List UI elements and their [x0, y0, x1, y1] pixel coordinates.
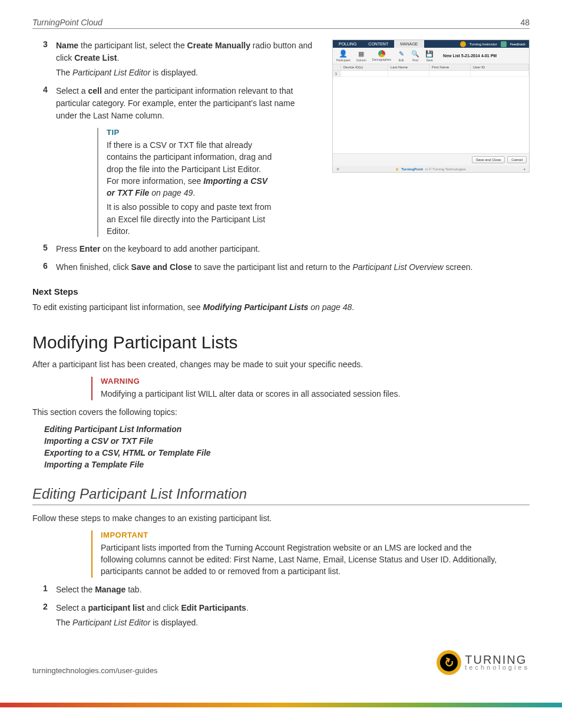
edit-step-2-sub: The Participant List Editor is displayed…: [56, 617, 530, 629]
tip-title: TIP: [107, 128, 274, 137]
next-steps-heading: Next Steps: [32, 286, 530, 297]
logo-mark-icon: ↻: [437, 650, 461, 675]
page-header: TurningPoint Cloud 48: [32, 18, 530, 29]
important-body: Participant lists imported from the Turn…: [101, 542, 497, 578]
important-callout: IMPORTANT Participant lists imported fro…: [91, 531, 497, 578]
step-5: 5 Press Enter on the keyboard to add ano…: [32, 243, 530, 255]
edit-intro: Follow these steps to make changes to an…: [32, 512, 530, 525]
footer-url: turningtechnologies.com/user-guides: [32, 666, 157, 675]
tip-callout: TIP If there is a CSV or TXT file that a…: [97, 128, 274, 237]
heading-modifying: Modifying Participant Lists: [32, 332, 530, 353]
warning-callout: WARNING Modifying a participant list WIL…: [91, 377, 497, 400]
steps-list-b: 5 Press Enter on the keyboard to add ano…: [32, 243, 530, 274]
tip-p2: It is also possible to copy and paste te…: [107, 201, 274, 237]
warning-title: WARNING: [101, 377, 497, 386]
ss-status-brand: TurningPoint: [401, 167, 423, 171]
status-dot-icon: ●: [523, 167, 525, 171]
step-6-body: When finished, click Save and Close to s…: [56, 261, 530, 274]
step-6: 6 When finished, click Save and Close to…: [32, 261, 530, 274]
covers-text: This section covers the following topics…: [32, 406, 530, 419]
heading-editing: Editing Participant List Information: [32, 486, 530, 505]
edit-step-1-body: Select the Manage tab.: [56, 584, 530, 596]
step-3-sub: The Participant List Editor is displayed…: [56, 67, 530, 79]
warning-body: Modifying a participant list WILL alter …: [101, 388, 497, 400]
modify-intro: After a participant list has been create…: [32, 358, 530, 371]
edit-steps-list: 1 Select the Manage tab. 2 Select a part…: [32, 584, 530, 629]
gear-icon: ⚙: [336, 167, 339, 171]
topic-link[interactable]: Importing a Template File: [44, 460, 530, 469]
important-title: IMPORTANT: [101, 531, 497, 539]
edit-step-1: 1 Select the Manage tab.: [32, 584, 530, 596]
turning-logo: ↻ TURNING technologies: [437, 650, 530, 675]
step-3-body: Name the participant list, select the Cr…: [56, 39, 530, 64]
header-page-number: 48: [520, 18, 530, 27]
topics-list: Editing Participant List Information Imp…: [44, 424, 530, 469]
topic-link[interactable]: Editing Participant List Information: [44, 424, 530, 434]
page-footer: turningtechnologies.com/user-guides ↻ TU…: [32, 650, 530, 675]
ss-status-logo: ◐: [396, 167, 399, 171]
logo-text-bottom: technologies: [465, 665, 530, 671]
ss-status-sub: is © Turning Technologies: [425, 167, 466, 171]
step-4: 4 Select a cell and enter the participan…: [32, 85, 530, 122]
step-3: 3 Name the participant list, select the …: [32, 39, 530, 79]
topic-link[interactable]: Exporting to a CSV, HTML or Template Fil…: [44, 448, 530, 457]
topic-link[interactable]: Importing a CSV or TXT File: [44, 436, 530, 446]
step-5-body: Press Enter on the keyboard to add anoth…: [56, 243, 530, 255]
tip-p1: If there is a CSV or TXT file that alrea…: [107, 139, 274, 199]
step-4-body: Select a cell and enter the participant …: [56, 85, 315, 122]
header-title: TurningPoint Cloud: [32, 18, 103, 27]
gradient-bar: [0, 703, 562, 707]
edit-step-2-body: Select a participant list and click Edit…: [56, 602, 530, 614]
edit-step-2: 2 Select a participant list and click Ed…: [32, 602, 530, 629]
ss-cancel: Cancel: [507, 156, 527, 163]
ss-save-close: Save and Close: [472, 156, 505, 163]
next-steps-body: To edit existing participant list inform…: [32, 301, 530, 314]
